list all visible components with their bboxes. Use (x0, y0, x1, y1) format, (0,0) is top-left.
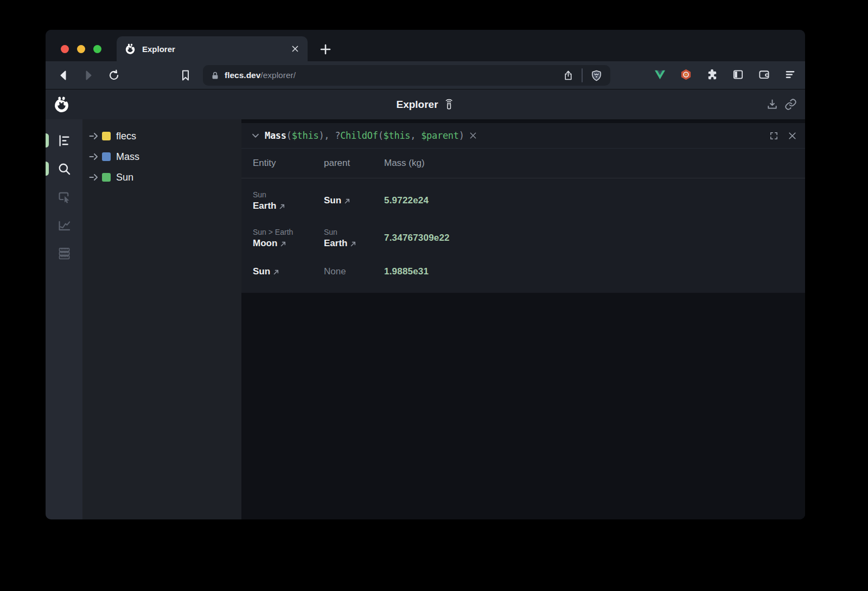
extension-icons (654, 68, 796, 81)
expander-arrow-icon[interactable] (88, 153, 99, 160)
vue-extension-icon[interactable] (654, 68, 666, 81)
link-icon[interactable] (784, 98, 797, 111)
rail-tree-button[interactable] (46, 126, 82, 155)
browser-tab[interactable]: Explorer (117, 36, 308, 61)
query-expression[interactable]: Mass($this), ?ChildOf($this, $parent) (265, 130, 464, 141)
sidebar-toggle-icon[interactable] (732, 68, 744, 81)
close-window-button[interactable] (61, 45, 69, 53)
hex-extension-icon[interactable] (680, 68, 692, 81)
menu-icon[interactable] (784, 68, 796, 81)
back-icon[interactable] (57, 69, 70, 82)
brave-shield-icon[interactable] (590, 69, 603, 82)
tree-item-label: Mass (116, 151, 139, 163)
entity-name[interactable]: Earth (253, 201, 324, 211)
tree-item-sun[interactable]: Sun (82, 167, 241, 188)
url-bar[interactable]: flecs.dev/explorer/ (203, 65, 610, 86)
tree-item-mass[interactable]: Mass (82, 146, 241, 167)
main-area: Mass($this), ?ChildOf($this, $parent) (241, 119, 805, 519)
table-row: Sun > EarthMoonSunEarth7.34767309e22 (253, 223, 805, 253)
entity-name[interactable]: Sun (324, 195, 384, 206)
entity-link-icon[interactable] (344, 198, 350, 204)
browser-toolbar: flecs.dev/explorer/ (46, 61, 805, 89)
query-token: $this (384, 130, 411, 141)
table-row: SunEarthSun5.9722e24 (253, 185, 805, 216)
entity-path: Sun (253, 190, 324, 199)
tree-item-label: flecs (116, 131, 136, 142)
entity-link-icon[interactable] (279, 203, 285, 210)
stats-icon (57, 218, 72, 233)
query-token: ( (286, 130, 292, 141)
column-header-mass[interactable]: Mass (kg) (384, 158, 805, 169)
active-panel-indicator (46, 133, 49, 147)
zoom-window-button[interactable] (93, 45, 101, 53)
wallet-icon[interactable] (758, 68, 770, 81)
url-domain: flecs.dev (225, 70, 260, 80)
mass-value: 5.9722e24 (384, 195, 805, 206)
commands-icon (57, 246, 72, 261)
query-token: ( (378, 130, 384, 141)
tree-icon (57, 133, 72, 148)
entity-link-icon[interactable] (273, 269, 279, 275)
app-title: Explorer (396, 99, 438, 111)
table-cell: SunEarth (324, 228, 384, 249)
query-token: Mass (265, 130, 286, 141)
rail-stats-button[interactable] (46, 211, 82, 239)
chevron-down-icon[interactable] (250, 130, 261, 142)
entity-name: None (324, 266, 384, 277)
share-icon[interactable] (563, 70, 574, 81)
tree-item-label: Sun (116, 172, 133, 183)
query-header: Mass($this), ?ChildOf($this, $parent) (241, 123, 805, 149)
query-token: ? (335, 130, 340, 141)
query-token: $this (292, 130, 319, 141)
entity-link-icon[interactable] (350, 241, 356, 247)
query-panel: Mass($this), ?ChildOf($this, $parent) (241, 123, 805, 293)
column-header-parent[interactable]: parent (324, 158, 384, 169)
search-icon (57, 162, 72, 176)
inspect-icon (57, 190, 72, 204)
entity-name[interactable]: Earth (324, 238, 384, 249)
mass-value: 1.9885e31 (384, 266, 805, 277)
expander-arrow-icon[interactable] (88, 174, 99, 181)
new-tab-button[interactable] (319, 43, 332, 56)
table-cell: Sun > EarthMoon (253, 228, 324, 249)
extensions-puzzle-icon[interactable] (706, 68, 718, 81)
tab-title: Explorer (142, 44, 290, 54)
results-table-header: Entity parent Mass (kg) (253, 149, 805, 178)
entity-name[interactable]: Moon (253, 238, 324, 249)
entity-color-swatch (102, 132, 111, 140)
lock-icon (210, 71, 220, 80)
close-panel-icon[interactable] (788, 131, 797, 140)
browser-window: Explorer flecs.dev/explore (46, 30, 805, 519)
close-tab-icon[interactable] (290, 44, 300, 54)
query-token: ) (459, 130, 464, 141)
rail-search-button[interactable] (46, 155, 82, 183)
flecs-favicon-icon (124, 43, 136, 55)
table-row: SunNone1.9885e31 (253, 260, 805, 283)
clear-query-icon[interactable] (469, 131, 477, 140)
query-token: $parent (421, 130, 459, 141)
tree-item-flecs[interactable]: flecs (82, 126, 241, 146)
url-path: /explorer/ (260, 70, 296, 80)
window-controls (61, 45, 101, 53)
download-icon[interactable] (766, 98, 778, 111)
tab-strip: Explorer (46, 30, 805, 61)
url-text: flecs.dev/explorer/ (225, 70, 296, 80)
entity-tree-panel: flecsMassSun (82, 119, 241, 519)
forward-icon[interactable] (82, 69, 95, 82)
fullscreen-icon[interactable] (769, 131, 778, 140)
active-panel-indicator (46, 162, 49, 176)
minimize-window-button[interactable] (77, 45, 85, 53)
rail-inspect-button[interactable] (46, 183, 82, 211)
rail-commands-button[interactable] (46, 239, 82, 267)
refresh-icon[interactable] (107, 69, 120, 82)
bookmark-icon[interactable] (179, 69, 192, 82)
expander-arrow-icon[interactable] (88, 132, 99, 140)
entity-link-icon[interactable] (280, 241, 286, 247)
entity-path: Sun > Earth (253, 228, 324, 236)
column-header-entity[interactable]: Entity (253, 158, 324, 169)
entity-path: Sun (324, 228, 384, 236)
remote-icon[interactable] (443, 99, 455, 110)
divider (582, 68, 583, 82)
query-token: ChildOf (340, 130, 378, 141)
entity-name[interactable]: Sun (253, 266, 324, 277)
